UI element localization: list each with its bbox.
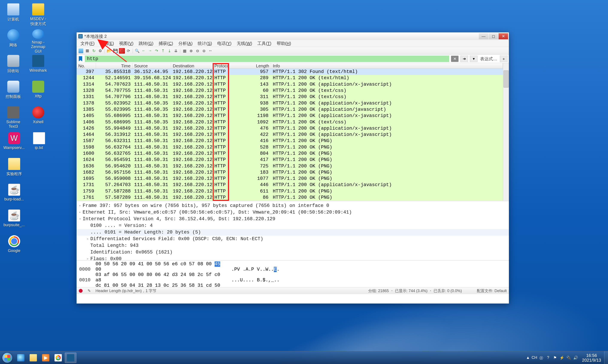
close-file-icon[interactable]: ✖ xyxy=(119,48,125,54)
open-file-icon[interactable]: 📂 xyxy=(106,48,112,54)
expert-info-icon[interactable] xyxy=(79,289,83,293)
go-to-packet-icon[interactable]: ↷ xyxy=(154,48,159,54)
maximize-button[interactable]: ◻ xyxy=(489,33,498,39)
help-icon[interactable]: ? xyxy=(545,355,551,361)
titlebar[interactable]: *本地连接 2 — ◻ ✕ xyxy=(77,32,509,40)
clock[interactable]: 16:56 2021/9/13 xyxy=(579,353,604,363)
expression-button[interactable]: 表达式… xyxy=(479,56,498,62)
menu-item[interactable]: 分析(A) xyxy=(176,40,195,47)
hex-line[interactable]: 0020dc 81 00 50 04 31 28 13 0c 25 36 58 … xyxy=(79,283,506,287)
taskbar-explorer[interactable] xyxy=(27,353,39,363)
menu-item[interactable]: 视图(V) xyxy=(117,40,136,47)
go-first-icon[interactable]: ⤒ xyxy=(160,48,166,54)
colorize-icon[interactable]: ▦ xyxy=(181,48,188,54)
desktop-icon[interactable]: ip.txt xyxy=(30,131,48,157)
packet-bytes-pane[interactable]: 000000 50 56 20 09 41 00 50 56 e6 c0 57 … xyxy=(77,260,509,287)
power-icon[interactable]: ⚡ xyxy=(559,355,565,361)
col-source[interactable]: Source xyxy=(132,63,171,68)
show-desktop-button[interactable] xyxy=(604,351,608,364)
go-forward-icon[interactable]: → xyxy=(147,48,153,54)
detail-line[interactable]: ▹Flags: 0x00 xyxy=(77,256,509,260)
save-file-icon[interactable]: 💾 xyxy=(113,48,118,54)
network-icon[interactable]: 🔌 xyxy=(566,355,571,361)
recent-filter-button[interactable]: ▾ xyxy=(470,56,478,62)
resize-columns-icon[interactable]: ↔ xyxy=(207,48,213,54)
menu-item[interactable]: 帮助(H) xyxy=(274,40,293,47)
reload-icon[interactable]: ⟳ xyxy=(125,48,131,54)
packet-row[interactable]: 140555.686995111.48.50.31192.168.220.129… xyxy=(77,113,503,119)
menu-item[interactable]: 无线(W) xyxy=(234,40,254,47)
packet-list-scrollbar[interactable] xyxy=(503,63,509,201)
col-length[interactable]: Length xyxy=(228,63,271,68)
desktop-icon[interactable]: Wireshark xyxy=(28,54,48,79)
packet-row[interactable]: 39735.85531836.152.44.95192.168.220.129H… xyxy=(77,69,503,75)
packet-row[interactable]: 158756.632311111.48.50.31192.168.220.129… xyxy=(77,138,503,144)
desktop-icon[interactable]: Nmap - Zenmap GUI xyxy=(28,28,48,54)
hex-line[interactable]: 000000 50 56 20 09 41 00 50 56 e6 c0 57 … xyxy=(79,261,506,272)
action-center-icon[interactable]: ⚑ xyxy=(552,355,558,361)
packet-row[interactable]: 124452.14659139.156.68.124192.168.220.12… xyxy=(77,75,503,81)
ime-icon[interactable]: CH xyxy=(531,355,537,361)
start-capture-icon[interactable] xyxy=(78,48,84,54)
desktop-icon[interactable]: WWampserv... xyxy=(3,131,25,157)
find-packet-icon[interactable]: 🔍 xyxy=(134,48,140,54)
desktop-icon[interactable]: 计算机 xyxy=(3,2,23,28)
minimize-button[interactable]: — xyxy=(479,33,488,39)
col-time[interactable]: Time xyxy=(96,63,132,68)
bookmark-icon[interactable] xyxy=(78,56,83,61)
detail-line[interactable]: 0100 .... = Version: 4 xyxy=(77,222,509,229)
desktop-icon[interactable]: Xftp xyxy=(28,79,48,105)
packet-row[interactable]: 168256.957156111.48.50.31192.168.220.129… xyxy=(77,169,503,176)
hex-line[interactable]: 001003 af 06 55 00 00 80 06 42 d3 24 98 … xyxy=(79,272,506,283)
packet-row[interactable]: 131454.707623111.48.50.31192.168.220.129… xyxy=(77,81,503,88)
col-protocol[interactable]: Protocol xyxy=(213,63,228,68)
edit-icon[interactable]: ✎ xyxy=(87,289,91,293)
desktop-icon[interactable]: Google xyxy=(3,234,25,260)
packet-row[interactable]: 176157.587289111.48.50.31192.168.220.129… xyxy=(77,195,503,201)
col-info[interactable]: Info xyxy=(271,63,503,68)
desktop-icon[interactable]: Sublime Text3 xyxy=(3,105,23,131)
clear-filter-button[interactable]: ✕ xyxy=(451,56,459,62)
desktop-icon[interactable]: Xshell xyxy=(28,105,48,131)
detail-line[interactable]: Total Length: 943 xyxy=(77,242,509,249)
go-last-icon[interactable]: ⤓ xyxy=(166,48,172,54)
packet-row[interactable]: 142655.994849111.48.50.31192.168.220.129… xyxy=(77,125,503,131)
ime-mode-icon[interactable]: ㉆ xyxy=(538,355,544,361)
packet-row[interactable]: 162456.954591111.48.50.31192.168.220.129… xyxy=(77,157,503,163)
packet-row[interactable]: 133154.707796111.48.50.31192.168.220.129… xyxy=(77,94,503,100)
taskbar-media[interactable]: ▶ xyxy=(40,353,52,363)
detail-line[interactable]: ▹Ethernet II, Src: Vmware_e6:c0:57 (00:5… xyxy=(77,209,509,216)
apply-filter-button[interactable]: ➔ xyxy=(460,56,468,62)
restart-capture-icon[interactable]: ↻ xyxy=(91,48,97,54)
packet-row[interactable]: 163656.954620111.48.50.31192.168.220.129… xyxy=(77,163,503,169)
menu-item[interactable]: 统计(S) xyxy=(195,40,214,47)
menu-item[interactable]: 电话(Y) xyxy=(215,40,234,47)
packet-row[interactable]: 173157.264703111.48.50.31192.168.220.129… xyxy=(77,182,503,188)
zoom-in-icon[interactable]: ⊕ xyxy=(188,48,194,54)
stop-capture-icon[interactable] xyxy=(84,48,90,54)
desktop-icon[interactable]: 控制面板 xyxy=(3,79,23,105)
detail-line[interactable]: ▹Frame 397: 957 bytes on wire (7656 bits… xyxy=(77,202,509,209)
detail-line[interactable]: Identification: 0x0655 (1621) xyxy=(77,249,509,256)
packet-row[interactable]: 175957.587288111.48.50.31192.168.220.129… xyxy=(77,188,503,195)
auto-scroll-icon[interactable]: ⇊ xyxy=(173,48,179,54)
display-filter-input[interactable] xyxy=(85,56,449,62)
menu-item[interactable]: 跳转(G) xyxy=(137,40,155,47)
volume-icon[interactable]: 🔊 xyxy=(573,355,578,361)
menu-item[interactable]: 编辑(E) xyxy=(98,40,116,47)
packet-list-body[interactable]: 39735.85531836.152.44.95192.168.220.129H… xyxy=(77,69,503,201)
desktop-icon[interactable]: ☕burpsuite_... xyxy=(3,208,25,234)
taskbar-ie[interactable] xyxy=(15,353,27,363)
menu-item[interactable]: 文件(F) xyxy=(78,40,97,47)
zoom-out-icon[interactable]: ⊖ xyxy=(194,48,200,54)
packet-row[interactable]: 132854.707755111.48.50.31192.168.220.129… xyxy=(77,88,503,94)
taskbar-wireshark[interactable] xyxy=(65,353,77,363)
detail-line[interactable]: ▿Internet Protocol Version 4, Src: 36.15… xyxy=(77,216,509,222)
detail-line[interactable]: ▹Differentiated Services Field: 0x00 (DS… xyxy=(77,236,509,242)
desktop-icon[interactable]: 回收站 xyxy=(3,54,23,79)
detail-line[interactable]: .... 0101 = Header Length: 20 bytes (5) xyxy=(77,229,509,236)
packet-list-header[interactable]: No. Time Source Destination Protocol Len… xyxy=(77,63,503,69)
packet-row[interactable]: 160056.632765111.48.50.31192.168.220.129… xyxy=(77,150,503,157)
col-destination[interactable]: Destination xyxy=(171,63,213,68)
packet-row[interactable]: 137855.023952111.48.50.35192.168.220.129… xyxy=(77,100,503,106)
